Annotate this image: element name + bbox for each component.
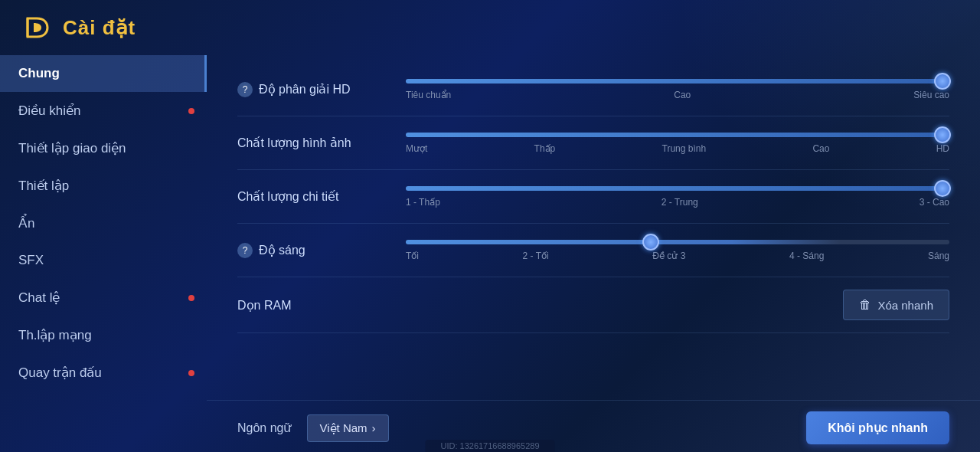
- setting-do-phan-giai: ? Độ phân giải HD Tiêu chuẩn Cao Siêu ca…: [237, 63, 949, 116]
- control-don-ram: 🗑 Xóa nhanh: [406, 290, 949, 320]
- main-layout: Chung Điều khiển Thiết lập giao diện Thi…: [0, 55, 980, 452]
- slider-thumb-do-sang[interactable]: [642, 234, 659, 251]
- sidebar-item-chung[interactable]: Chung: [0, 55, 207, 92]
- chevron-right-icon: ›: [372, 421, 376, 434]
- label-do-phan-giai: Độ phân giải HD: [259, 82, 351, 97]
- footer: Ngôn ngữ Việt Nam › Khôi phục nhanh: [207, 400, 980, 452]
- ngon-ngu-label: Ngôn ngữ: [237, 421, 292, 435]
- language-button[interactable]: Việt Nam ›: [307, 414, 389, 442]
- game-logo-icon: [18, 11, 52, 44]
- slider-thumb-chat-luong-chi-tiet[interactable]: [934, 180, 951, 197]
- sidebar-item-thiet-lap[interactable]: Thiết lập: [0, 167, 207, 205]
- slider-do-sang[interactable]: [406, 240, 949, 244]
- language-value: Việt Nam: [320, 421, 368, 435]
- xoa-nhanh-button[interactable]: 🗑 Xóa nhanh: [843, 290, 949, 320]
- sidebar-item-dieu-khien[interactable]: Điều khiển: [0, 92, 207, 129]
- control-chat-luong-chi-tiet: 1 - Thấp 2 - Trung 3 - Cao: [406, 186, 949, 208]
- page-title: Cài đặt: [63, 16, 136, 40]
- trash-icon: 🗑: [859, 298, 871, 312]
- notification-dot: [188, 108, 194, 114]
- content-area: ? Độ phân giải HD Tiêu chuẩn Cao Siêu ca…: [207, 55, 980, 452]
- notification-dot-quay: [188, 370, 194, 376]
- khoi-phuc-nhanh-button[interactable]: Khôi phục nhanh: [806, 411, 949, 444]
- slider-chat-luong-chi-tiet[interactable]: [406, 186, 949, 191]
- setting-chat-luong-hinh-anh: Chất lượng hình ảnh Mượt Thấp Trung bình…: [237, 116, 949, 170]
- slider-thumb-chat-luong-hinh-anh[interactable]: [934, 126, 951, 143]
- control-do-phan-giai: Tiêu chuẩn Cao Siêu cao: [406, 79, 949, 100]
- label-chat-luong-chi-tiet: Chất lượng chi tiết: [237, 189, 338, 204]
- control-chat-luong-hinh-anh: Mượt Thấp Trung bình Cao HD: [406, 133, 949, 154]
- control-do-sang: Tối 2 - Tối Đề cử 3 4 - Sáng Sáng: [406, 240, 949, 261]
- notification-dot-chat: [188, 295, 194, 301]
- slider-chat-luong-hinh-anh[interactable]: [406, 133, 949, 137]
- sidebar-item-an[interactable]: Ẩn: [0, 205, 207, 242]
- sidebar: Chung Điều khiển Thiết lập giao diện Thi…: [0, 55, 207, 452]
- setting-do-sang: ? Độ sáng Tối 2 - Tối Đề cử 3 4 - Sáng: [237, 224, 949, 277]
- sidebar-item-sfx[interactable]: SFX: [0, 242, 207, 279]
- settings-content: ? Độ phân giải HD Tiêu chuẩn Cao Siêu ca…: [207, 55, 980, 400]
- uid-bar: UID: 13261716688965289: [425, 440, 554, 452]
- slider-do-phan-giai[interactable]: [406, 79, 949, 84]
- label-do-sang: Độ sáng: [259, 243, 305, 257]
- sidebar-item-chat-le[interactable]: Chat lệ: [0, 279, 207, 316]
- help-icon-do-phan-giai[interactable]: ?: [237, 82, 253, 97]
- help-icon-do-sang[interactable]: ?: [237, 243, 253, 258]
- sidebar-item-thiet-lap-giao-dien[interactable]: Thiết lập giao diện: [0, 129, 207, 167]
- setting-chat-luong-chi-tiet: Chất lượng chi tiết 1 - Thấp 2 - Trung 3…: [237, 170, 949, 224]
- label-don-ram: Dọn RAM: [237, 298, 406, 313]
- sidebar-item-th-lap-mang[interactable]: Th.lập mạng: [0, 316, 207, 354]
- sidebar-item-quay-tran-dau[interactable]: Quay trận đấu: [0, 354, 207, 391]
- setting-don-ram: Dọn RAM 🗑 Xóa nhanh: [237, 277, 949, 333]
- label-chat-luong-hinh-anh: Chất lượng hình ảnh: [237, 136, 351, 150]
- xoa-nhanh-label: Xóa nhanh: [877, 299, 933, 312]
- slider-thumb-do-phan-giai[interactable]: [934, 73, 951, 90]
- header: Cài đặt: [0, 0, 980, 55]
